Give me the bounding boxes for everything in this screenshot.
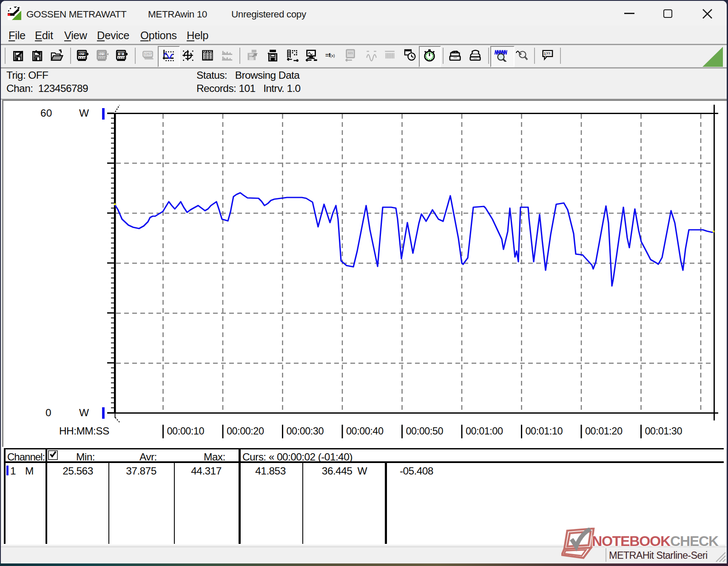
svg-text:321: 321: [79, 52, 85, 56]
svg-text:00:00:20: 00:00:20: [227, 426, 264, 437]
svg-text:M: M: [119, 52, 122, 56]
svg-text:321: 321: [348, 51, 353, 55]
svg-text:00:01:00: 00:01:00: [466, 426, 503, 437]
svg-text:00:01:10: 00:01:10: [526, 426, 563, 437]
svg-text:00:00:40: 00:00:40: [346, 426, 384, 437]
svg-text:00:00:10: 00:00:10: [167, 426, 205, 437]
svg-text:00:00:50: 00:00:50: [406, 426, 444, 437]
svg-text:321: 321: [99, 52, 105, 56]
svg-text:00:01:20: 00:01:20: [585, 426, 623, 437]
svg-text:00:01:30: 00:01:30: [645, 426, 682, 437]
svg-text:00:00:30: 00:00:30: [287, 426, 324, 437]
svg-text:1257: 1257: [144, 52, 152, 56]
svg-text:(x): (x): [330, 53, 335, 58]
svg-text:1??:: 1??:: [544, 51, 552, 56]
